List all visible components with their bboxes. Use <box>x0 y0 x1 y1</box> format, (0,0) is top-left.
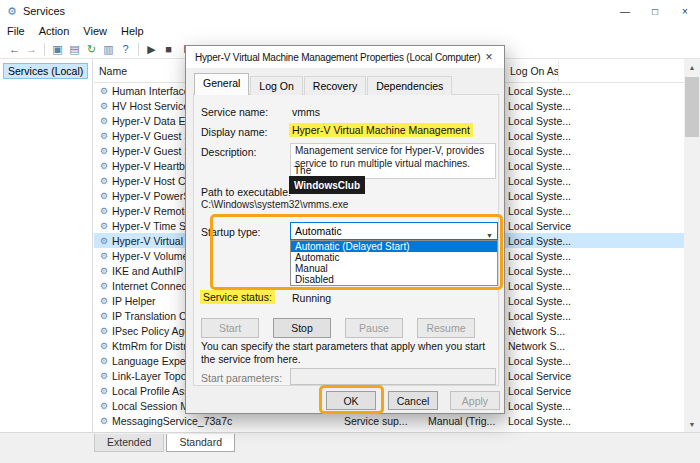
dropdown-option-manual[interactable]: Manual <box>291 263 497 274</box>
service-logon-cell: Local Service <box>508 370 684 382</box>
services-app-icon: ⚙ <box>7 5 17 18</box>
column-header-name[interactable]: Name <box>99 65 127 77</box>
bottom-bar: Extended Standard <box>0 432 700 463</box>
export-list-icon[interactable]: ▥ <box>100 41 117 57</box>
dialog-tabs: General Log On Recovery Dependencies <box>194 73 453 95</box>
service-logon-cell: Network S... <box>508 340 684 352</box>
pause-button: Pause <box>345 318 403 338</box>
sidebar-item-services-local[interactable]: Services (Local) <box>3 63 88 79</box>
service-row-icon: ⚙ <box>96 101 112 111</box>
service-row-icon: ⚙ <box>96 251 112 261</box>
service-logon-cell: Local Syste... <box>508 295 684 307</box>
service-logon-cell: Local Syste... <box>508 415 684 427</box>
description-field[interactable]: Management service for Hyper-V, provides… <box>290 143 496 179</box>
service-status-value: Running <box>292 292 331 304</box>
refresh-icon[interactable]: ↻ <box>83 41 100 57</box>
service-logon-cell: Local Syste... <box>508 235 684 247</box>
window-controls: — □ × <box>610 0 700 22</box>
menu-item-file[interactable]: File <box>0 23 32 39</box>
service-row-icon: ⚙ <box>96 341 112 351</box>
tab-dependencies[interactable]: Dependencies <box>367 76 452 95</box>
close-button[interactable]: × <box>670 0 700 22</box>
scrollbar-thumb[interactable] <box>685 77 699 137</box>
display-name-label: Display name: <box>201 126 268 138</box>
properties-dialog: Hyper-V Virtual Machine Management Prope… <box>185 45 505 414</box>
tab-standard[interactable]: Standard <box>166 434 235 452</box>
scrollbar-up-icon[interactable]: ▲ <box>684 59 700 75</box>
cancel-button[interactable]: Cancel <box>388 391 438 410</box>
service-logon-cell: Local Syste... <box>508 400 684 412</box>
service-logon-cell: Local Syste... <box>508 205 684 217</box>
service-logon-cell: Local Syste... <box>508 175 684 187</box>
menu-item-action[interactable]: Action <box>32 23 77 39</box>
service-logon-cell: Local Syste... <box>508 100 684 112</box>
service-name-label: Service name: <box>201 106 268 118</box>
service-name-value: vmms <box>292 106 320 118</box>
tab-recovery[interactable]: Recovery <box>304 76 366 95</box>
service-row-icon: ⚙ <box>96 221 112 231</box>
column-separator <box>558 61 559 81</box>
service-logon-cell: Local Syste... <box>508 310 684 322</box>
service-logon-cell: Local Service <box>508 220 684 232</box>
service-logon-cell: Local Syste... <box>508 85 684 97</box>
scrollbar-down-icon[interactable]: ▼ <box>684 416 700 432</box>
title-bar: ⚙ Services — □ × <box>0 0 700 22</box>
service-row-icon: ⚙ <box>96 296 112 306</box>
service-logon-cell: Local Syste... <box>508 265 684 277</box>
service-row-icon: ⚙ <box>96 131 112 141</box>
service-row-icon: ⚙ <box>96 116 112 126</box>
service-logon-cell: Local Syste... <box>508 250 684 262</box>
dropdown-option-disabled[interactable]: Disabled <box>291 274 497 285</box>
service-logon-cell: Local Syste... <box>508 190 684 202</box>
vertical-scrollbar[interactable]: ▲ ▼ <box>684 59 700 432</box>
dropdown-option-automatic[interactable]: Automatic <box>291 252 497 263</box>
stop-button[interactable]: Stop <box>273 318 331 338</box>
service-row-icon: ⚙ <box>96 191 112 201</box>
service-logon-cell: Local Syste... <box>508 160 684 172</box>
minimize-button[interactable]: — <box>610 0 640 22</box>
service-row-icon: ⚙ <box>96 176 112 186</box>
service-row-icon: ⚙ <box>96 356 112 366</box>
back-icon[interactable]: ← <box>6 41 23 57</box>
dialog-title-bar: Hyper-V Virtual Machine Management Prope… <box>186 46 504 68</box>
properties-icon[interactable]: ▤ <box>66 41 83 57</box>
window-title: Services <box>23 5 65 17</box>
menu-item-help[interactable]: Help <box>114 23 151 39</box>
service-row-icon: ⚙ <box>96 161 112 171</box>
service-logon-cell: Local Syste... <box>508 355 684 367</box>
dialog-close-button[interactable]: × <box>474 46 504 68</box>
description-label: Description: <box>201 146 256 158</box>
startup-type-label: Startup type: <box>201 226 261 238</box>
startup-type-value: Automatic <box>295 225 342 237</box>
start-button: Start <box>201 318 259 338</box>
toolbar-separator <box>138 43 139 56</box>
startup-type-dropdown: Automatic (Delayed Start) Automatic Manu… <box>290 240 498 286</box>
ok-button[interactable]: OK <box>326 391 376 410</box>
service-row-icon: ⚙ <box>96 371 112 381</box>
dropdown-option-automatic-delayed[interactable]: Automatic (Delayed Start) <box>291 241 497 252</box>
menu-item-view[interactable]: View <box>76 23 114 39</box>
tab-extended[interactable]: Extended <box>94 434 164 452</box>
column-header-log-on-as[interactable]: Log On As <box>510 65 559 77</box>
service-logon-cell: Local Syste... <box>508 130 684 142</box>
menu-bar: File Action View Help <box>0 22 700 40</box>
start-service-icon[interactable]: ▶ <box>143 41 160 57</box>
service-startup-cell: Manual (Trig... <box>428 415 508 427</box>
stop-service-icon[interactable]: ■ <box>160 41 177 57</box>
table-row[interactable]: ⚙ MessagingService_73a7c Service sup... … <box>94 413 684 428</box>
service-logon-cell: Network S... <box>508 325 684 337</box>
path-to-executable-value: C:\Windows\system32\vmms.exe <box>201 199 348 210</box>
maximize-button[interactable]: □ <box>640 0 670 22</box>
startup-type-combobox[interactable]: Automatic ▼ <box>290 222 498 240</box>
dialog-title: Hyper-V Virtual Machine Management Prope… <box>195 52 480 63</box>
service-row-icon: ⚙ <box>96 206 112 216</box>
tab-general[interactable]: General <box>194 73 249 95</box>
tab-log-on[interactable]: Log On <box>250 76 302 95</box>
help-icon[interactable]: ? <box>117 41 134 57</box>
service-row-icon: ⚙ <box>96 86 112 96</box>
forward-icon[interactable]: → <box>23 41 40 57</box>
show-console-tree-icon[interactable]: ▣ <box>49 41 66 57</box>
resume-button: Resume <box>417 318 475 338</box>
toolbar-separator <box>44 43 45 56</box>
service-row-icon: ⚙ <box>96 281 112 291</box>
